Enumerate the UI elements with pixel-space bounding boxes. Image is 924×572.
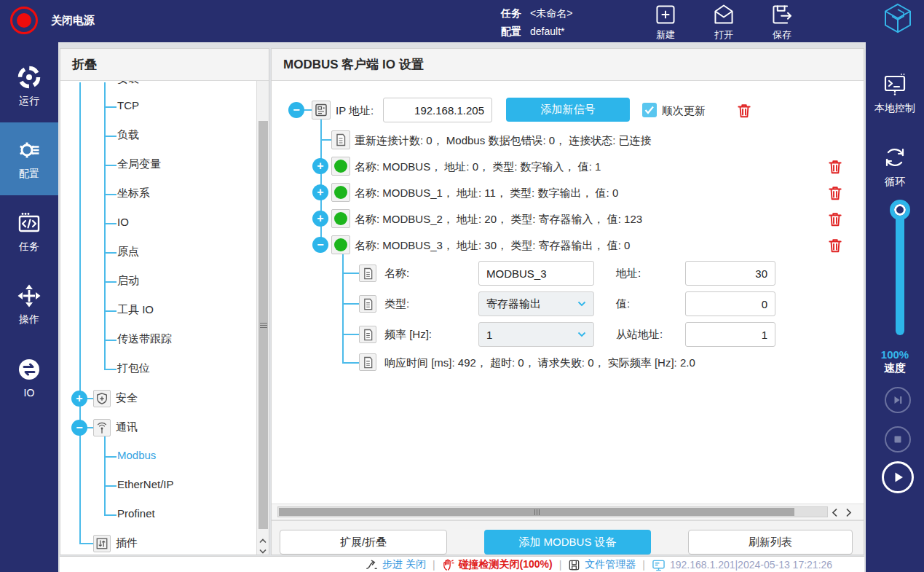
expand-collapse-button[interactable]: 扩展/折叠 xyxy=(280,530,447,555)
slave-address-input[interactable] xyxy=(685,322,775,347)
h-scrollbar-thumb[interactable] xyxy=(279,508,794,516)
signal-status-dot xyxy=(331,183,350,202)
collapse-header-button[interactable]: 折叠 xyxy=(60,49,269,81)
speed-slider-thumb[interactable] xyxy=(890,200,910,220)
document-icon xyxy=(359,265,376,282)
expand-icon[interactable]: + xyxy=(71,391,87,407)
sequential-update-label: 顺次更新 xyxy=(662,104,706,118)
tree-tick xyxy=(104,456,117,458)
new-button[interactable]: 新建 xyxy=(645,3,686,42)
skip-next-icon xyxy=(891,393,904,407)
delete-device-button[interactable] xyxy=(736,103,752,119)
modbus-settings-panel: MODBUS 客户端 IO 设置 − IP 地址: 添加新信号 顺次更新 xyxy=(271,48,864,555)
frequency-select[interactable]: 1 xyxy=(478,322,594,347)
green-dot-icon xyxy=(334,186,347,199)
speed-slider-track[interactable] xyxy=(896,210,904,335)
expand-icon[interactable]: + xyxy=(312,158,328,174)
sidebar-item-task[interactable]: 任务 xyxy=(0,195,58,268)
play-icon xyxy=(891,470,905,485)
tree-item-coord-system[interactable]: 坐标系 xyxy=(117,187,150,200)
delete-signal-button[interactable] xyxy=(827,238,843,254)
scroll-down-button[interactable] xyxy=(258,544,268,555)
add-modbus-device-button[interactable]: 添加 MODBUS 设备 xyxy=(484,530,651,555)
value-label: 值: xyxy=(616,297,630,311)
play-button[interactable] xyxy=(882,461,914,493)
power-off-button[interactable]: 关闭电源 xyxy=(10,4,95,36)
h-scrollbar-track[interactable] xyxy=(277,506,828,517)
tree-item-io[interactable]: IO xyxy=(117,216,129,228)
save-button[interactable]: 保存 xyxy=(762,3,802,42)
tree-item-payload[interactable]: 负载 xyxy=(117,128,139,142)
stop-icon xyxy=(891,433,904,446)
sequential-update-checkbox[interactable] xyxy=(642,103,657,117)
value-input[interactable] xyxy=(685,291,775,316)
tree-item-startup[interactable]: 启动 xyxy=(117,274,139,288)
chevron-up-icon xyxy=(258,538,267,544)
green-dot-icon xyxy=(334,238,347,251)
scroll-up-button[interactable] xyxy=(258,533,268,544)
type-select[interactable]: 寄存器输出 xyxy=(478,291,594,316)
document-icon xyxy=(359,353,376,371)
task-value: <未命名> xyxy=(530,5,572,21)
step-next-button[interactable] xyxy=(885,387,911,413)
document-icon xyxy=(359,326,376,343)
tree-tick xyxy=(87,398,93,399)
name-input[interactable] xyxy=(478,261,594,286)
scroll-left-button[interactable] xyxy=(832,507,838,520)
tree-tick xyxy=(342,273,359,274)
address-input[interactable] xyxy=(685,261,775,286)
tree-item-modbus[interactable]: Modbus xyxy=(117,449,156,461)
scroll-right-button[interactable] xyxy=(845,507,852,520)
collapse-icon[interactable]: − xyxy=(312,237,328,253)
loop-button[interactable]: 循环 xyxy=(866,130,924,203)
expand-icon[interactable]: + xyxy=(312,184,328,200)
open-button[interactable]: 打开 xyxy=(703,3,744,42)
add-signal-button[interactable]: 添加新信号 xyxy=(506,98,630,122)
sidebar-item-config[interactable]: 配置 xyxy=(0,122,58,195)
run-icon xyxy=(17,65,42,90)
tree-item-safety[interactable]: 安全 xyxy=(116,391,138,405)
tree-item-profinet[interactable]: Profinet xyxy=(117,507,155,520)
status-bar: 步进 关闭 | 碰撞检测关闭(100%) | 文件管理器 | xyxy=(60,556,864,572)
io-swap-icon xyxy=(17,357,42,382)
app-window: 关闭电源 任务 <未命名> 配置 default* 新建 打开 xyxy=(0,0,924,572)
tree-item-communication[interactable]: 通讯 xyxy=(116,420,138,434)
file-manager-button[interactable]: 文件管理器 xyxy=(568,558,636,571)
stop-button[interactable] xyxy=(885,426,911,452)
tree-tick xyxy=(104,252,117,254)
refresh-list-button[interactable]: 刷新列表 xyxy=(688,530,853,555)
tree-item-home[interactable]: 原点 xyxy=(117,245,139,259)
delete-signal-button[interactable] xyxy=(827,185,843,201)
task-config-info: 任务 <未命名> 配置 default* xyxy=(501,5,572,39)
delete-signal-button[interactable] xyxy=(827,159,843,175)
collapse-icon[interactable]: − xyxy=(71,420,87,436)
tree-item-plugin[interactable]: 插件 xyxy=(116,536,138,550)
sidebar-item-io[interactable]: IO xyxy=(0,341,58,414)
tree-item-pack-pos[interactable]: 打包位 xyxy=(117,361,150,375)
ip-address-input[interactable] xyxy=(383,98,492,122)
tree-tick xyxy=(104,310,117,312)
config-label: 配置 xyxy=(501,23,521,39)
local-control-button[interactable]: 本地控制 xyxy=(866,57,924,130)
tree-item-conveyor[interactable]: 传送带跟踪 xyxy=(117,332,172,346)
tree-scrollbar-thumb[interactable] xyxy=(258,121,268,529)
expand-icon[interactable]: + xyxy=(312,211,328,227)
tree-item-global-vars[interactable]: 全局变量 xyxy=(117,157,161,171)
sidebar-item-run[interactable]: 运行 xyxy=(0,50,58,122)
left-nav: 运行 配置 任务 操作 xyxy=(0,42,58,572)
save-button-label: 保存 xyxy=(773,28,791,42)
tree-item-tcp[interactable]: TCP xyxy=(117,99,139,111)
tree-scrollbar-track[interactable] xyxy=(256,80,269,555)
sidebar-item-operate[interactable]: 操作 xyxy=(0,268,58,341)
network-time-status: 192.168.1.201|2024-05-13 17:21:26 xyxy=(652,559,832,571)
delete-signal-button[interactable] xyxy=(827,211,843,227)
tree-item-ethernet-ip[interactable]: EtherNet/IP xyxy=(117,478,174,490)
step-mode-button[interactable]: 步进 关闭 xyxy=(366,558,426,571)
scrollbar-grip xyxy=(260,323,267,328)
tree-item-tool-io[interactable]: 工具 IO xyxy=(117,303,154,317)
tree-tick xyxy=(87,427,93,428)
collapse-icon[interactable]: − xyxy=(288,102,304,118)
collision-detect-button[interactable]: 碰撞检测关闭(100%) xyxy=(442,558,553,571)
green-dot-icon xyxy=(334,212,347,225)
floppy-icon xyxy=(568,559,580,571)
